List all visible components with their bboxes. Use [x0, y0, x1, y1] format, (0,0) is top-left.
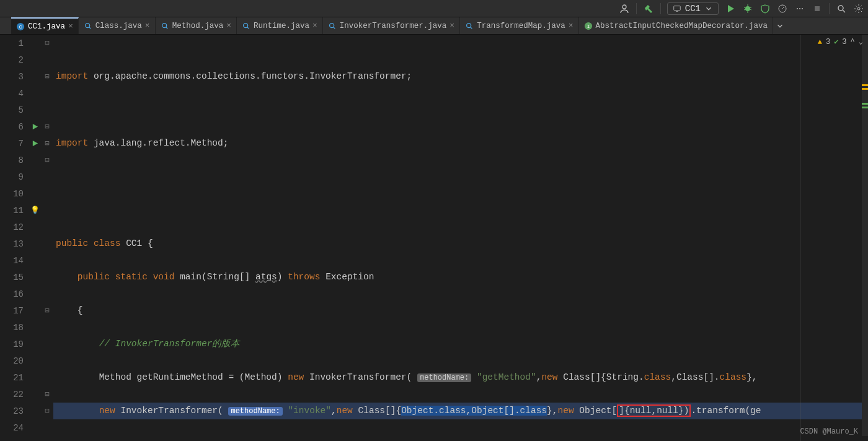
run-config-selector[interactable]: CC1 [667, 2, 719, 15]
fold-icon[interactable]: ⊟ [41, 118, 53, 135]
fold-icon[interactable]: ⊟ [41, 302, 53, 319]
tab-cc1[interactable]: C CC1.java × [11, 17, 79, 34]
search-icon[interactable] [836, 3, 847, 14]
close-icon[interactable]: × [569, 21, 574, 30]
tab-label: TransformedMap.java [477, 22, 565, 30]
svg-point-6 [802, 8, 803, 9]
search-file-icon [465, 22, 474, 30]
search-file-icon [84, 22, 92, 30]
fold-gutter: ⊟ ⊟ ⊟ ⊟ ⊟ ⊟ ⊟ ⊟ [41, 35, 53, 441]
svg-text:I: I [587, 23, 590, 28]
tab-label: AbstractInputCheckedMapDecorator.java [596, 22, 768, 30]
tab-label: Runtime.java [254, 22, 309, 30]
svg-rect-7 [815, 6, 820, 11]
hammer-icon[interactable] [643, 3, 654, 14]
svg-point-13 [162, 23, 166, 27]
editor-tabs: C CC1.java × Class.java × Method.java × … [0, 17, 868, 35]
profile-icon[interactable] [777, 3, 788, 14]
watermark: CSDN @Mauro_K [800, 427, 858, 436]
tab-label: Method.java [172, 22, 224, 30]
run-gutter: 💡 [29, 35, 41, 441]
tab-method[interactable]: Method.java × [156, 17, 237, 34]
run-line-icon[interactable] [29, 118, 41, 135]
svg-point-16 [467, 23, 471, 27]
intention-bulb-icon[interactable]: 💡 [29, 202, 41, 219]
ok-count: 3 [842, 38, 846, 46]
warning-count: 3 [826, 38, 830, 46]
svg-point-0 [622, 5, 626, 9]
search-file-icon [161, 22, 169, 30]
debug-icon[interactable] [742, 3, 753, 14]
coverage-icon[interactable] [760, 3, 771, 14]
svg-rect-1 [674, 6, 681, 10]
search-file-icon [328, 22, 337, 30]
tab-invokertransformer[interactable]: InvokerTransformer.java × [323, 17, 460, 34]
tab-transformedmap[interactable]: TransformedMap.java × [460, 17, 578, 34]
svg-point-14 [244, 23, 248, 27]
param-hint: methodName: [228, 407, 282, 416]
settings-icon[interactable] [853, 3, 864, 14]
tab-label: Class.java [95, 22, 142, 30]
inspections-widget[interactable]: ▲3 ✔3 ^ ⌄ [818, 37, 863, 46]
main-toolbar: CC1 [0, 0, 868, 17]
fold-icon[interactable]: ⊟ [41, 386, 53, 403]
fold-icon[interactable]: ⊟ [41, 35, 53, 51]
tab-label: InvokerTransformer.java [340, 22, 447, 30]
run-line-icon[interactable] [29, 135, 41, 152]
tab-class[interactable]: Class.java × [79, 17, 156, 34]
current-line: new InvokerTransformer( methodName: "inv… [53, 403, 868, 419]
tab-abstractdecorator[interactable]: I AbstractInputCheckedMapDecorator.java [579, 17, 774, 34]
interface-icon: I [584, 22, 593, 30]
param-hint: methodName: [417, 373, 471, 382]
chevron-up-icon[interactable]: ^ [851, 38, 855, 46]
close-icon[interactable]: × [450, 21, 454, 30]
tab-label: CC1.java [28, 22, 65, 31]
ok-icon: ✔ [834, 37, 838, 46]
search-file-icon [242, 22, 250, 30]
svg-point-5 [799, 8, 800, 9]
code-editor[interactable]: ▲3 ✔3 ^ ⌄ 123456789101112131415161718192… [0, 35, 868, 441]
run-config-label: CC1 [685, 4, 701, 14]
run-icon[interactable] [725, 3, 736, 14]
close-icon[interactable]: × [145, 21, 150, 30]
class-icon: C [16, 22, 25, 31]
user-icon[interactable] [619, 3, 630, 14]
close-icon[interactable]: × [312, 21, 317, 30]
stop-icon [812, 3, 823, 14]
right-margin [800, 35, 800, 441]
svg-point-15 [329, 23, 334, 27]
line-numbers: 123456789101112131415161718192021222324 [0, 35, 29, 441]
fold-icon[interactable]: ⊟ [41, 135, 53, 152]
error-stripe[interactable] [862, 35, 868, 436]
close-icon[interactable]: × [68, 22, 73, 31]
fold-icon[interactable]: ⊟ [41, 152, 53, 168]
chevron-down-icon[interactable]: ⌄ [859, 37, 863, 46]
monitor-icon [673, 4, 681, 13]
code-body[interactable]: import org.apache.commons.collections.fu… [53, 35, 868, 441]
chevron-down-icon [704, 4, 713, 13]
svg-text:C: C [19, 24, 22, 29]
fold-icon[interactable]: ⊟ [41, 403, 53, 419]
svg-point-2 [745, 6, 750, 11]
svg-point-4 [797, 8, 798, 9]
warning-icon: ▲ [818, 38, 822, 46]
more-icon[interactable] [794, 3, 805, 14]
svg-point-8 [838, 6, 843, 11]
close-icon[interactable]: × [226, 21, 231, 30]
svg-point-9 [857, 7, 860, 10]
red-annotation-box: ]{null,null}) [617, 404, 691, 417]
tab-runtime[interactable]: Runtime.java × [237, 17, 323, 34]
svg-point-12 [85, 23, 89, 27]
fold-icon[interactable]: ⊟ [41, 68, 53, 85]
tabs-overflow-icon[interactable] [773, 17, 787, 34]
